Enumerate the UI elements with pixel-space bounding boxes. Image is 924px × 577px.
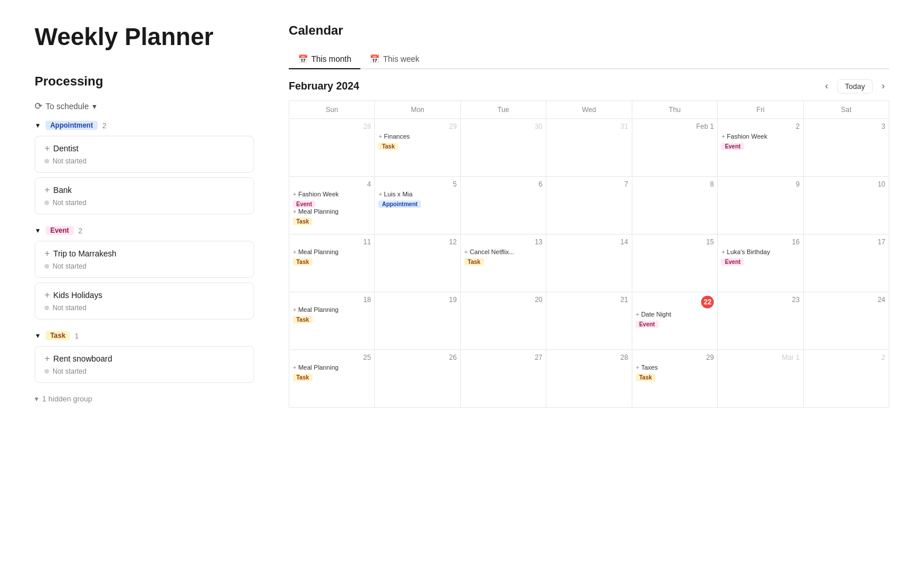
calendar-date: 12 xyxy=(378,238,456,246)
calendar-cell[interactable]: 27 xyxy=(461,350,546,408)
calendar-cell[interactable]: 12 xyxy=(375,234,460,292)
calendar-event[interactable]: + Meal Planning Task xyxy=(293,248,371,266)
calendar-cell[interactable]: Mar 1 xyxy=(718,350,803,408)
tab-month[interactable]: 📅This month xyxy=(289,50,360,69)
add-icon[interactable]: + xyxy=(44,143,50,154)
calendar-section-title: Calendar xyxy=(289,23,889,38)
calendar-cell[interactable]: 23 xyxy=(718,292,803,350)
today-button[interactable]: Today xyxy=(837,79,873,94)
calendar-cell[interactable]: 3 xyxy=(804,119,889,177)
status-dot-icon xyxy=(44,369,49,374)
calendar-cell[interactable]: 28 xyxy=(289,119,375,177)
group-badge-appointment: Appointment xyxy=(46,121,98,130)
calendar-event[interactable]: + Fashion Week Event xyxy=(721,133,799,150)
calendar-cell[interactable]: 22 + Date Night Event xyxy=(632,292,718,350)
calendar-event[interactable]: + Meal Planning Task xyxy=(293,208,371,225)
calendar-cell[interactable]: Feb 1 xyxy=(632,119,718,177)
calendar-cell[interactable]: 11 + Meal Planning Task xyxy=(289,234,375,292)
task-title: Bank xyxy=(53,185,72,195)
calendar-date: 14 xyxy=(550,238,628,246)
calendar-cell[interactable]: 30 xyxy=(461,119,546,177)
add-icon[interactable]: + xyxy=(44,185,50,195)
prev-month-button[interactable]: ‹ xyxy=(821,79,833,94)
calendar-event-title: + Date Night xyxy=(636,311,714,318)
calendar-event[interactable]: + Cancel Netflix... Task xyxy=(464,248,542,266)
group-header-task[interactable]: ▼ Task 1 xyxy=(35,331,254,340)
calendar-event-title: + Meal Planning xyxy=(293,208,371,215)
calendar-cell[interactable]: 29 + Finances Task xyxy=(375,119,460,177)
event-name: Luis x Mia xyxy=(384,191,413,198)
calendar-cell[interactable]: 14 xyxy=(546,234,632,292)
calendar-cell[interactable]: 20 xyxy=(461,292,546,350)
calendar-event-title: + Cancel Netflix... xyxy=(464,248,542,255)
calendar-day-header: Mon xyxy=(375,101,460,119)
other-month-date: 30 xyxy=(464,122,542,131)
calendar-cell[interactable]: 16 + Luka's Birthday Event xyxy=(718,234,803,292)
calendar-event[interactable]: + Luka's Birthday Event xyxy=(721,248,799,266)
to-schedule-control[interactable]: ⟳ To schedule ▾ xyxy=(35,100,254,111)
status-label: Not started xyxy=(53,367,87,375)
calendar-date: 2 xyxy=(721,122,799,131)
calendar-cell[interactable]: 2 xyxy=(804,350,889,408)
calendar-cell[interactable]: 5 + Luis x Mia Appointment xyxy=(375,177,460,234)
event-add-icon: + xyxy=(293,208,296,215)
calendar-event[interactable]: + Luis x Mia Appointment xyxy=(378,191,456,208)
group-task: ▼ Task 1 + Rent snowboard Not started xyxy=(35,331,254,383)
calendar-cell[interactable]: 21 xyxy=(546,292,632,350)
next-month-button[interactable]: › xyxy=(877,79,889,94)
calendar-cell[interactable]: 29 + Taxes Task xyxy=(632,350,718,408)
calendar-cell[interactable]: 9 xyxy=(718,177,803,234)
calendar-cell[interactable]: 18 + Meal Planning Task xyxy=(289,292,375,350)
group-appointment: ▼ Appointment 2 + Dentist Not started + … xyxy=(35,121,254,214)
tab-week[interactable]: 📅This week xyxy=(360,50,429,69)
calendar-event[interactable]: + Meal Planning Task xyxy=(293,364,371,381)
hidden-group-toggle[interactable]: ▾ 1 hidden group xyxy=(35,394,254,403)
task-card-title: + Kids Holidays xyxy=(44,290,244,300)
calendar-cell[interactable]: 25 + Meal Planning Task xyxy=(289,350,375,408)
group-header-appointment[interactable]: ▼ Appointment 2 xyxy=(35,121,254,130)
calendar-date: 3 xyxy=(807,122,885,131)
calendar-cell[interactable]: 7 xyxy=(546,177,632,234)
refresh-icon: ⟳ xyxy=(35,100,42,111)
calendar-event[interactable]: + Taxes Task xyxy=(636,364,714,381)
calendar-cell[interactable]: 28 xyxy=(546,350,632,408)
today-date: 22 xyxy=(701,296,714,308)
group-count-appointment: 2 xyxy=(102,121,106,130)
add-icon[interactable]: + xyxy=(44,290,50,300)
calendar-cell[interactable]: 13 + Cancel Netflix... Task xyxy=(461,234,546,292)
calendar-cell[interactable]: 2 + Fashion Week Event xyxy=(718,119,803,177)
calendar-day-header: Thu xyxy=(632,101,718,119)
add-icon[interactable]: + xyxy=(44,353,50,364)
group-count-event: 2 xyxy=(79,226,83,235)
calendar-cell[interactable]: 26 xyxy=(375,350,460,408)
event-name: Fashion Week xyxy=(298,191,338,198)
calendar-event[interactable]: + Finances Task xyxy=(378,133,456,150)
calendar-cell[interactable]: 15 xyxy=(632,234,718,292)
calendar-cell[interactable]: 10 xyxy=(804,177,889,234)
calendar-cell[interactable]: 8 xyxy=(632,177,718,234)
calendar-date: 29 xyxy=(636,353,714,362)
calendar-cell[interactable]: 19 xyxy=(375,292,460,350)
add-icon[interactable]: + xyxy=(44,248,50,259)
calendar-date: 11 xyxy=(293,238,371,246)
calendar-cell[interactable]: 6 xyxy=(461,177,546,234)
calendar-cell[interactable]: 24 xyxy=(804,292,889,350)
calendar-date: 4 xyxy=(293,180,371,188)
triangle-icon: ▼ xyxy=(35,227,41,234)
calendar-date: 20 xyxy=(464,296,542,304)
calendar-cell[interactable]: 17 xyxy=(804,234,889,292)
status-label: Not started xyxy=(53,304,87,312)
calendar-day-header: Fri xyxy=(718,101,803,119)
group-header-event[interactable]: ▼ Event 2 xyxy=(35,226,254,235)
calendar-date: 7 xyxy=(550,180,628,188)
event-name: Taxes xyxy=(641,364,658,371)
calendar-event[interactable]: + Fashion Week Event xyxy=(293,191,371,208)
calendar-cell[interactable]: 31 xyxy=(546,119,632,177)
calendar-event[interactable]: + Date Night Event xyxy=(636,311,714,328)
calendar-event[interactable]: + Meal Planning Task xyxy=(293,306,371,323)
event-name: Meal Planning xyxy=(298,364,338,371)
calendar-date: 16 xyxy=(721,238,799,246)
calendar-cell[interactable]: 4 + Fashion Week Event + Meal Planning T… xyxy=(289,177,375,234)
event-tag: Event xyxy=(721,143,744,150)
page-title: Weekly Planner xyxy=(35,23,254,51)
